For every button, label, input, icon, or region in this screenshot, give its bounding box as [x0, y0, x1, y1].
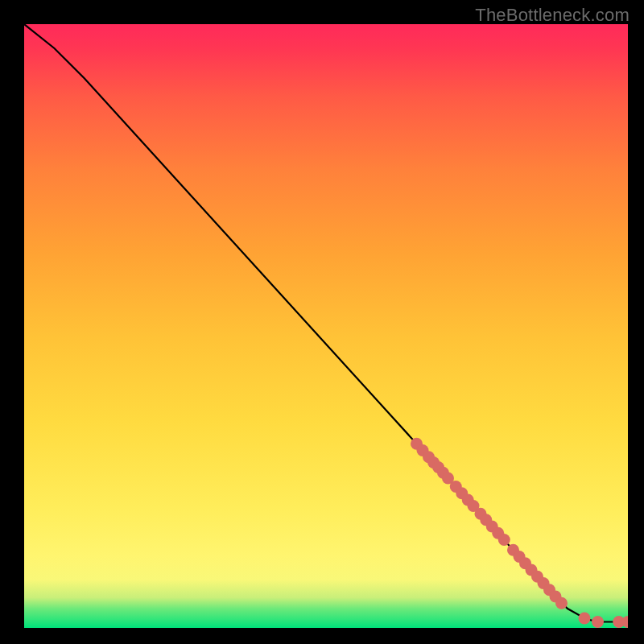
plot-area	[24, 24, 628, 628]
marker-point	[592, 616, 604, 628]
chart-stage: TheBottleneck.com	[0, 0, 644, 644]
marker-points	[411, 438, 628, 628]
marker-point	[579, 613, 591, 625]
main-curve	[24, 24, 628, 622]
marker-point	[498, 534, 510, 546]
marker-point	[555, 597, 568, 609]
watermark-text: TheBottleneck.com	[475, 5, 630, 26]
chart-overlay	[24, 24, 628, 628]
